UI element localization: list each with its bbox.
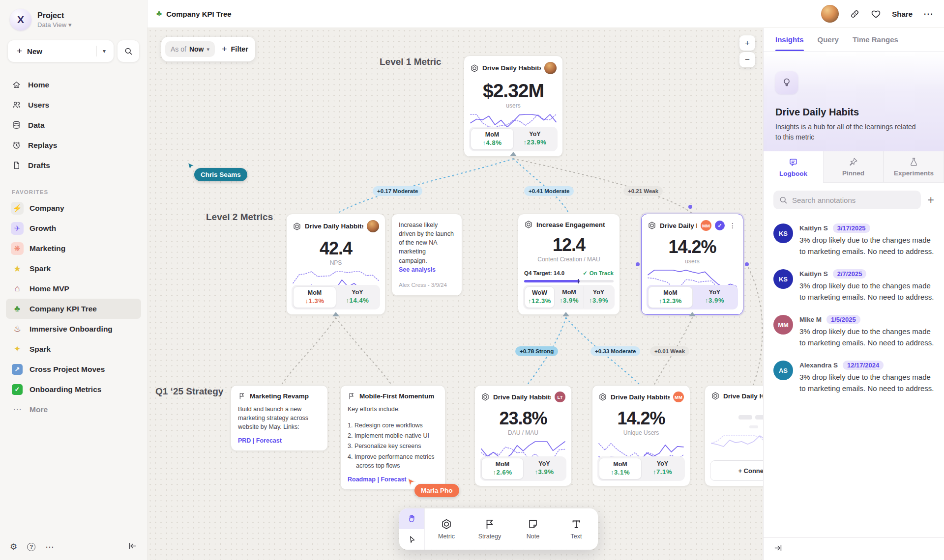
tab-query[interactable]: Query (818, 28, 839, 51)
favorite-item-spark[interactable]: ★ Spark (6, 258, 141, 279)
more-options-icon[interactable]: ⋯ (923, 8, 934, 20)
mom-cell[interactable]: MoM ↑12.3% (648, 286, 693, 308)
note-tool-button[interactable]: Note (511, 508, 555, 550)
mom-cell[interactable]: MoM ↑3.9% (555, 286, 584, 308)
metric-card-nps[interactable]: Drive Daily Habbits 42.4 NPS MoM ↓1.3% Y… (286, 214, 385, 315)
connection-handle-left[interactable] (636, 262, 640, 266)
chevron-down-icon[interactable]: ▾ (103, 48, 106, 55)
strategy-tool-button[interactable]: Strategy (468, 508, 511, 550)
see-analysis-link[interactable]: See analysis (399, 265, 455, 274)
mom-cell[interactable]: MoM ↑4.8% (471, 128, 514, 150)
sidebar-item-replays[interactable]: Replays (6, 135, 141, 155)
tab-insights[interactable]: Insights (775, 28, 804, 51)
metric-card-increase-engagement[interactable]: Increase Engagement 12.4 Content Creatio… (518, 214, 620, 315)
yoy-cell[interactable]: YoY ↑7.1% (642, 458, 683, 479)
yoy-cell[interactable]: YoY ↑3.9% (584, 286, 613, 308)
strategy-links[interactable]: PRD | Forecast (231, 431, 327, 450)
collapse-branch-triangle[interactable] (510, 152, 517, 156)
subtab-experiments[interactable]: Experiments (884, 151, 944, 183)
annotation-item[interactable]: AS Alexandra S 12/17/2024 3% drop likely… (773, 361, 934, 394)
collapse-branch-triangle[interactable] (689, 312, 696, 316)
subtab-logbook[interactable]: Logbook (764, 151, 823, 183)
favorite-heart-icon[interactable] (871, 9, 881, 19)
check-icon: ✓ (583, 270, 588, 277)
add-annotation-button[interactable]: + (928, 195, 934, 206)
annotation-item[interactable]: KS Kaitlyn S 2/7/2025 3% drop likely due… (773, 269, 934, 303)
favorites-more-button[interactable]: ⋯ More (6, 399, 141, 420)
sidebar-nav: Home Users Data Replays Drafts (0, 75, 147, 175)
gear-icon[interactable]: ⚙ (10, 542, 17, 552)
sidebar-item-users[interactable]: Users (6, 95, 141, 115)
text-tool-button[interactable]: Text (555, 508, 598, 550)
strategy-card-marketing-revamp[interactable]: Marketing Revamp Build and launch a new … (231, 385, 328, 451)
annotation-item[interactable]: MM Mike M 1/5/2025 3% drop likely due to… (773, 315, 934, 348)
project-switcher[interactable]: X Project Data View ▾ (0, 0, 147, 35)
search-annotations-input[interactable] (773, 191, 921, 209)
favorite-item-spark-2[interactable]: ✦ Spark (6, 339, 141, 359)
collapse-panel-icon[interactable] (773, 543, 783, 555)
yoy-cell[interactable]: YoY ↑3.9% (524, 458, 565, 479)
subtab-pinned[interactable]: Pinned (823, 151, 884, 183)
new-button[interactable]: + New ▾ (8, 40, 114, 62)
collapse-sidebar-icon[interactable] (128, 541, 137, 553)
avatar: AS (773, 361, 793, 380)
yoy-cell[interactable]: YoY ↑14.4% (336, 286, 379, 308)
edge-label: +0.41 Moderate (524, 186, 574, 196)
connection-handle-right[interactable] (745, 262, 749, 266)
wow-cell[interactable]: WoW ↑12.3% (525, 286, 555, 308)
pin-icon (848, 157, 858, 167)
favorite-item-home-mvp[interactable]: ⌂ Home MVP (6, 279, 141, 299)
sidebar-item-data[interactable]: Data (6, 115, 141, 135)
annotation-item[interactable]: KS Kaitlyn S 3/17/2025 3% drop likely du… (773, 224, 934, 257)
strategy-card-mobile-first-momentum[interactable]: Mobile-First Momentum Key efforts includ… (340, 385, 445, 490)
favorite-item-cross-project-moves[interactable]: ↗ Cross Project Moves (6, 359, 141, 379)
metric-card-unique-users[interactable]: Drive Daily Habbits MM 14.2% Unique User… (592, 385, 690, 486)
user-avatar[interactable] (821, 5, 839, 23)
favorite-item-company-kpi-tree[interactable]: ♣ Company KPI Tree (6, 299, 141, 319)
collapse-branch-triangle[interactable] (332, 312, 339, 316)
annotation-author: Mike M (799, 316, 822, 323)
select-tool-button[interactable] (399, 529, 424, 550)
connection-handle-top[interactable] (688, 205, 692, 209)
owner-badge: MM (673, 392, 684, 402)
canvas-note-card[interactable]: Increase likely driven by the launch of … (391, 214, 462, 296)
favorite-item-onboarding-metrics[interactable]: ✓ Onboarding Metrics (6, 379, 141, 399)
home-icon (12, 80, 21, 89)
metric-hexagon-icon (711, 392, 720, 400)
edge-label: +0.01 Weak (650, 346, 689, 356)
mom-cell[interactable]: MoM ↓1.3% (293, 286, 336, 308)
collapse-branch-triangle[interactable] (562, 312, 569, 316)
favorite-item-growth[interactable]: ✈ Growth (6, 218, 141, 238)
kpi-tree-canvas[interactable]: As of Now ▾ + Filter + − Level 1 Metric (148, 28, 763, 560)
yoy-cell[interactable]: YoY ↑23.9% (514, 128, 556, 150)
users-icon (12, 100, 21, 110)
search-button[interactable] (118, 40, 139, 62)
hand-tool-button[interactable] (399, 508, 424, 529)
favorite-item-marketing[interactable]: ❋ Marketing (6, 238, 141, 258)
sidebar-item-home[interactable]: Home (6, 75, 141, 95)
tab-time-ranges[interactable]: Time Ranges (853, 28, 898, 51)
yoy-cell[interactable]: YoY ↑3.9% (693, 286, 737, 308)
connect-button[interactable]: + Connect (710, 460, 763, 481)
share-button[interactable]: Share (892, 10, 913, 18)
favorite-item-immersive-onboarding[interactable]: ♨ Immersive Onboarding (6, 319, 141, 339)
more-icon[interactable]: ⋯ (45, 542, 54, 552)
favorite-item-company[interactable]: ⚡ Company (6, 198, 141, 218)
project-view-switcher[interactable]: Data View ▾ (37, 21, 72, 28)
metric-unit: NPS (287, 259, 385, 266)
tree-icon: ♣ (11, 303, 24, 315)
divider (96, 46, 97, 56)
help-icon[interactable]: ? (27, 543, 35, 551)
copy-link-icon[interactable] (850, 9, 860, 19)
card-menu-icon[interactable]: ⋮ (728, 222, 737, 229)
metric-tool-button[interactable]: Metric (425, 508, 468, 550)
metric-card-dau-mau[interactable]: Drive Daily Habbits LT 23.8% DAU / MAU M… (474, 385, 572, 486)
strategy-title: Mobile-First Momentum (359, 392, 434, 400)
metric-card-drive-daily-habbits-l1[interactable]: Drive Daily Habbits $2.32M users MoM ↑4.… (464, 56, 563, 157)
metric-card-selected-drive-daily-habbits[interactable]: Drive Daily Habb.. MM ✓ ⋮ 14.2% users Mo… (641, 214, 743, 315)
mom-cell[interactable]: MoM ↑3.1% (599, 458, 642, 479)
annotation-author: Alexandra S (799, 362, 838, 369)
metric-card-partial[interactable]: Drive Daily Habbits + Connect (705, 385, 763, 486)
mom-cell[interactable]: MoM ↑2.6% (481, 458, 524, 479)
sidebar-item-drafts[interactable]: Drafts (6, 155, 141, 175)
